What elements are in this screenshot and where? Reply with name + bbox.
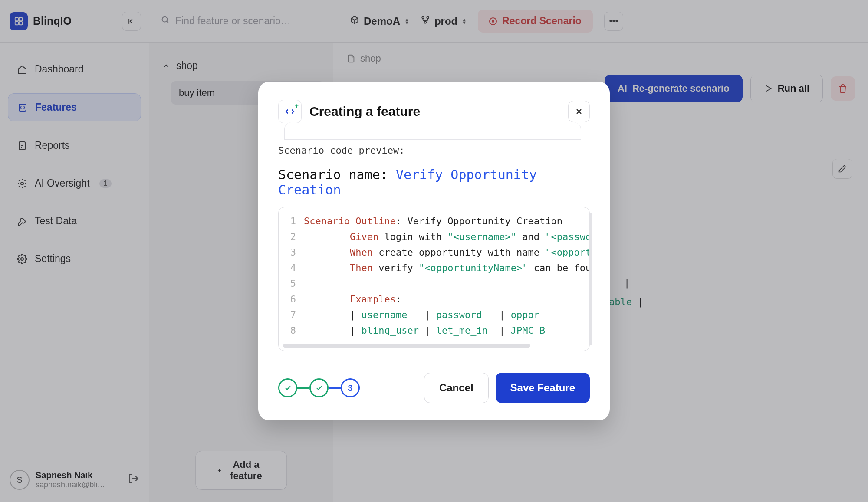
step-number: 3 <box>348 383 352 393</box>
scenario-name-line: Scenario name: Verify Opportunity Creati… <box>278 167 590 197</box>
horizontal-scrollbar[interactable] <box>283 344 530 348</box>
create-feature-modal: Creating a feature Scenario code preview… <box>258 82 610 420</box>
code-line: 6 Examples: <box>279 292 589 307</box>
step-2-done <box>309 378 329 397</box>
stepper: 3 <box>278 378 360 397</box>
save-feature-button[interactable]: Save Feature <box>496 373 590 403</box>
modal-header: Creating a feature <box>278 100 590 123</box>
step-connector <box>329 387 341 389</box>
code-line: 3 When create opportunity with name "<op… <box>279 245 589 260</box>
preview-label: Scenario code preview: <box>278 145 590 156</box>
code-line: 8 | blinq_user | let_me_in | JPMC B <box>279 323 589 338</box>
modal-close-button[interactable] <box>568 101 590 122</box>
scenario-name-label: Scenario name: <box>278 167 396 182</box>
close-icon <box>575 107 583 116</box>
step-1-done <box>278 378 297 397</box>
code-line: 4 Then verify "<opportunityName>" can be… <box>279 260 589 276</box>
code-plus-icon <box>278 100 302 123</box>
vertical-scrollbar[interactable] <box>589 213 592 345</box>
code-preview-box: 1Scenario Outline: Verify Opportunity Cr… <box>278 207 590 351</box>
code-line: 7 | username | password | oppor <box>279 307 589 323</box>
save-label: Save Feature <box>510 382 575 394</box>
modal-footer: 3 Cancel Save Feature <box>278 373 590 403</box>
check-icon <box>315 384 323 392</box>
code-line: 2 Given login with "<username>" and "<pa… <box>279 229 589 245</box>
step-connector <box>297 387 309 389</box>
cancel-button[interactable]: Cancel <box>424 373 489 403</box>
modal-overlay: Creating a feature Scenario code preview… <box>0 0 868 502</box>
code-line: 5 <box>279 276 589 292</box>
check-icon <box>284 384 292 392</box>
modal-title: Creating a feature <box>309 104 420 119</box>
code-line: 1Scenario Outline: Verify Opportunity Cr… <box>279 213 589 229</box>
step-3-current: 3 <box>341 378 360 397</box>
cancel-label: Cancel <box>439 382 473 394</box>
previous-card-bottom <box>284 122 581 140</box>
